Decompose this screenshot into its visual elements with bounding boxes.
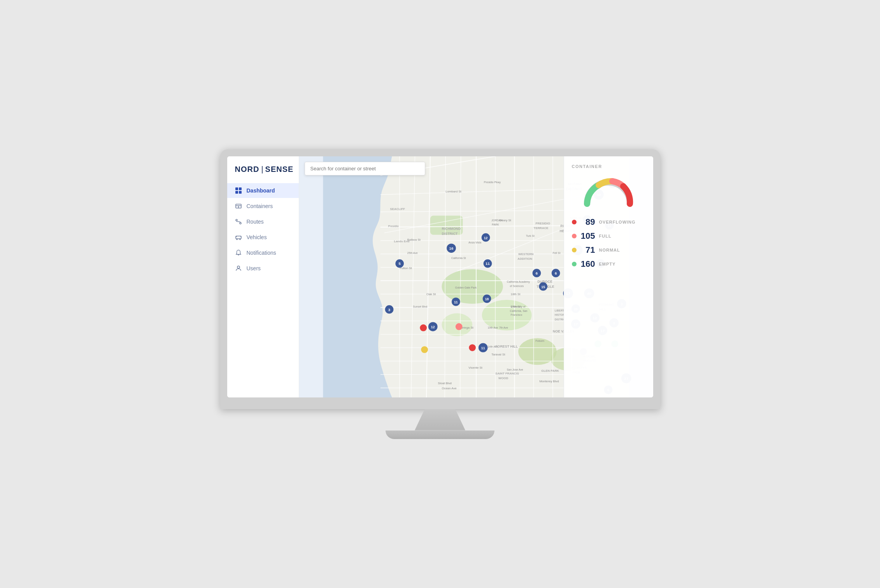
svg-text:WESTERN: WESTERN [518, 252, 534, 256]
svg-text:SAINT FRANCIS: SAINT FRANCIS [495, 371, 519, 375]
monitor-body: NORD | SENSE [220, 149, 660, 409]
sidebar-label-users: Users [247, 265, 261, 271]
svg-rect-1 [239, 187, 242, 190]
svg-text:Presidio Pkwy: Presidio Pkwy [484, 180, 501, 184]
search-input[interactable] [305, 162, 425, 175]
monitor-stand [386, 409, 494, 439]
monitor-wrapper: NORD | SENSE [220, 149, 660, 439]
stat-row-full: 105 FULL [572, 231, 645, 241]
svg-text:15: 15 [541, 285, 545, 289]
svg-text:TERRACE: TERRACE [533, 226, 548, 229]
svg-text:Anza Vista: Anza Vista [468, 241, 481, 244]
svg-text:California St: California St [451, 256, 466, 259]
container-panel: CONTAINER [564, 156, 653, 397]
svg-rect-3 [239, 191, 242, 194]
sidebar-item-routes[interactable]: Routes [227, 214, 299, 229]
notifications-icon [235, 249, 242, 256]
svg-text:12: 12 [484, 236, 487, 240]
sidebar-item-vehicles[interactable]: Vehicles [227, 230, 299, 245]
label-empty: EMPTY [599, 262, 616, 266]
sidebar-item-containers[interactable]: Containers [227, 199, 299, 214]
svg-point-172 [421, 346, 428, 353]
count-normal: 71 [580, 245, 595, 255]
nav-items: Dashboard Containers [227, 183, 299, 276]
dot-normal [572, 248, 577, 252]
svg-text:Lands End: Lands End [394, 240, 409, 243]
svg-text:Ocean Ave: Ocean Ave [442, 387, 457, 390]
svg-text:Fell St: Fell St [552, 251, 560, 254]
sidebar-label-dashboard: Dashboard [247, 187, 275, 194]
count-full: 105 [580, 231, 595, 241]
svg-text:of Sciences: of Sciences [510, 284, 524, 287]
label-normal: NORMAL [599, 248, 620, 252]
sidebar-item-notifications[interactable]: Notifications [227, 245, 299, 260]
svg-text:Taraval St: Taraval St [491, 352, 505, 356]
dot-overflowing [572, 220, 577, 224]
svg-text:5: 5 [398, 261, 401, 266]
svg-text:Presidio: Presidio [388, 225, 398, 228]
stand-neck [415, 409, 465, 430]
svg-text:RICHMOND: RICHMOND [442, 226, 461, 230]
svg-rect-2 [235, 191, 238, 194]
svg-text:PARK: PARK [492, 223, 499, 226]
svg-text:Vicente St: Vicente St [468, 366, 482, 369]
svg-text:25th Ave: 25th Ave [407, 251, 417, 254]
dashboard-icon [235, 187, 242, 194]
svg-text:Sloat Blvd: Sloat Blvd [438, 381, 451, 385]
dot-full [572, 234, 577, 238]
main-content: Lombard St Geary St Turk St Fell St Balb… [299, 156, 653, 397]
gauge-wrapper [572, 177, 645, 208]
stat-row-empty: 160 EMPTY [572, 259, 645, 269]
vehicles-icon [235, 234, 242, 241]
svg-text:PRESIDIO: PRESIDIO [535, 222, 550, 225]
panel-title: CONTAINER [572, 164, 645, 169]
svg-text:18th St: 18th St [510, 292, 521, 296]
search-bar-container [305, 162, 425, 175]
label-full: FULL [599, 234, 612, 238]
sidebar-item-users[interactable]: Users [227, 261, 299, 276]
svg-text:7th Ave: 7th Ave [499, 326, 508, 329]
svg-text:Folsom: Folsom [535, 340, 544, 342]
svg-text:ADDITION: ADDITION [517, 257, 532, 260]
dot-empty [572, 262, 577, 266]
stats-list: 89 OVERFLOWING 105 FULL 71 [572, 217, 645, 269]
svg-text:Lombard St: Lombard St [445, 190, 461, 193]
screen: NORD | SENSE [227, 156, 653, 397]
sidebar-item-dashboard[interactable]: Dashboard [227, 183, 299, 198]
sidebar-label-vehicles: Vehicles [247, 234, 267, 240]
logo-sense: SENSE [265, 165, 294, 174]
svg-text:Golden Gate Park: Golden Gate Park [455, 286, 477, 289]
svg-text:6: 6 [535, 271, 538, 275]
svg-point-8 [240, 222, 241, 224]
svg-point-170 [420, 324, 427, 331]
svg-point-11 [239, 238, 240, 240]
svg-text:19th Ave: 19th Ave [487, 326, 498, 329]
count-overflowing: 89 [580, 217, 595, 227]
svg-point-171 [455, 323, 462, 330]
logo-area: NORD | SENSE [227, 156, 299, 183]
svg-text:3: 3 [388, 307, 390, 312]
logo-nord: NORD [235, 165, 259, 174]
app-layout: NORD | SENSE [227, 156, 653, 397]
svg-text:18: 18 [485, 297, 489, 301]
svg-text:16: 16 [449, 246, 453, 250]
gauge-svg [581, 177, 636, 208]
label-overflowing: OVERFLOWING [599, 220, 636, 224]
svg-text:University of: University of [510, 305, 525, 308]
svg-point-12 [237, 266, 240, 268]
svg-text:California Academy: California Academy [507, 280, 530, 283]
stat-row-overflowing: 89 OVERFLOWING [572, 217, 645, 227]
svg-text:Oak St: Oak St [426, 292, 436, 296]
routes-icon [235, 218, 242, 225]
sidebar: NORD | SENSE [227, 156, 299, 397]
svg-text:Monterey Blvd: Monterey Blvd [539, 379, 559, 383]
sidebar-label-notifications: Notifications [247, 250, 276, 256]
svg-point-10 [236, 238, 237, 240]
svg-text:11: 11 [481, 346, 485, 350]
svg-text:JORDAN: JORDAN [491, 219, 502, 222]
count-empty: 160 [580, 259, 595, 269]
svg-text:Francisco: Francisco [510, 313, 522, 316]
svg-text:San Jose Ave: San Jose Ave [507, 368, 523, 371]
sidebar-label-containers: Containers [247, 203, 273, 209]
containers-icon [235, 203, 242, 210]
